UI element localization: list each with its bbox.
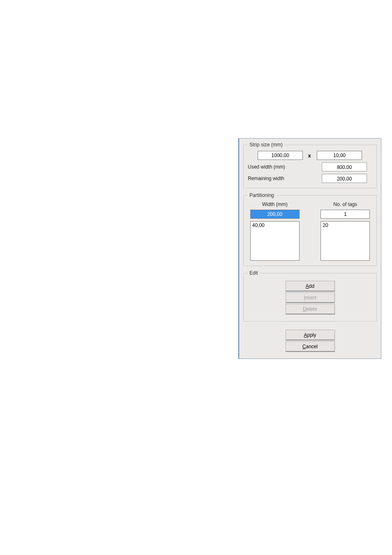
dialog-footer: Apply Cancel [243, 326, 377, 352]
strip-config-dialog: Strip size (mm) x Used width (mm) 800,00… [238, 138, 381, 359]
edit-legend: Edit [248, 270, 260, 276]
partitioning-group: Partitioning Width (mm) 40,00 No. of tag… [243, 192, 377, 266]
remaining-width-value: 200,00 [322, 174, 367, 183]
partition-width-input[interactable] [250, 210, 300, 219]
partition-width-list[interactable]: 40,00 [250, 221, 300, 261]
used-width-value: 800,00 [322, 162, 367, 171]
strip-size-group: Strip size (mm) x Used width (mm) 800,00… [243, 142, 377, 188]
remaining-width-label: Remaining width [248, 176, 322, 181]
dimension-separator: x [306, 153, 313, 159]
used-width-label: Used width (mm) [248, 164, 322, 170]
strip-size-legend: Strip size (mm) [248, 142, 284, 148]
used-width-row: Used width (mm) 800,00 [248, 162, 372, 171]
list-item[interactable]: 20 [323, 222, 368, 228]
remaining-width-row: Remaining width 200,00 [248, 174, 372, 183]
delete-button[interactable]: Delete [286, 304, 335, 314]
cancel-button[interactable]: Cancel [286, 341, 335, 352]
strip-height-input[interactable] [317, 151, 362, 160]
apply-button[interactable]: Apply [286, 330, 335, 340]
partition-tags-list[interactable]: 20 [321, 221, 370, 261]
partitioning-legend: Partitioning [248, 192, 276, 198]
list-item[interactable]: 40,00 [252, 222, 297, 228]
add-button[interactable]: Add [286, 281, 335, 291]
partition-tags-input[interactable] [321, 210, 370, 219]
width-column-header: Width (mm) [248, 201, 302, 207]
edit-group: Edit Add Insert Delete [243, 270, 377, 321]
insert-button[interactable]: Insert [286, 292, 335, 303]
strip-dimensions-row: x [248, 151, 372, 160]
strip-width-input[interactable] [258, 151, 303, 160]
tags-column-header: No. of tags [318, 201, 373, 207]
